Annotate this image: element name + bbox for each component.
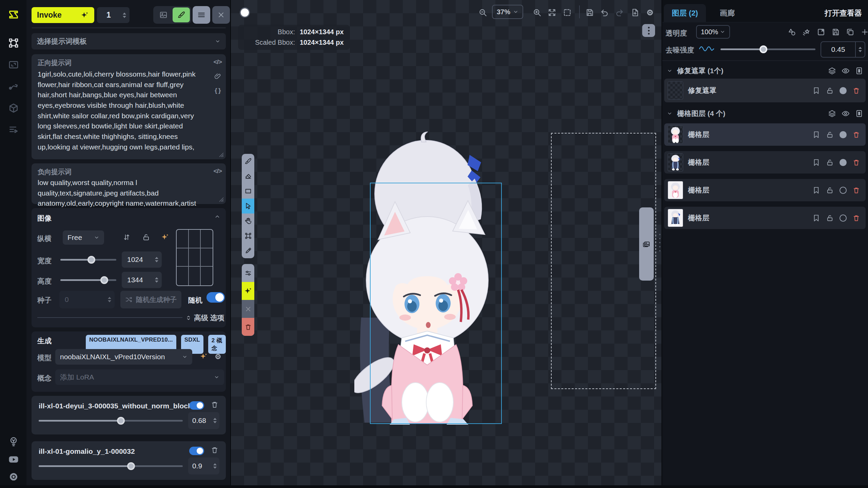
delete-layer-icon[interactable] <box>852 131 860 139</box>
sidebar-item-queue[interactable] <box>7 123 20 136</box>
new-canvas-button[interactable] <box>631 8 639 17</box>
bookmark-icon[interactable] <box>812 214 820 222</box>
bookmark-icon[interactable] <box>812 159 820 166</box>
undo-button[interactable] <box>600 8 609 17</box>
eye-icon[interactable] <box>842 109 850 118</box>
shapes-icon[interactable] <box>788 28 796 36</box>
delete-layer-icon[interactable] <box>852 186 860 194</box>
layer-row-raster[interactable]: 栅格层 <box>664 123 866 146</box>
gallery-mode-button[interactable] <box>155 7 172 22</box>
code-toggle-icon[interactable]: </> <box>214 167 222 175</box>
lora-delete-icon[interactable] <box>211 446 219 454</box>
canvas-menu-kebab-button[interactable] <box>642 24 655 37</box>
shooting-star-icon[interactable] <box>802 28 811 36</box>
save-layer-icon[interactable] <box>831 28 840 36</box>
canvas-workspace[interactable]: Bbox: 1024×1344 px Scaled Bbox: 1024×134… <box>231 0 662 485</box>
panel-splitter-handle[interactable] <box>659 234 660 251</box>
height-input[interactable]: 1344 <box>122 272 162 288</box>
lora-enabled-toggle[interactable] <box>189 447 204 455</box>
lora-delete-icon[interactable] <box>211 401 219 409</box>
model-dropdown[interactable]: noobaiXLNAIXL_vPred10Version <box>55 349 192 365</box>
brush-tool[interactable] <box>242 154 254 169</box>
add-layer-icon[interactable] <box>861 28 868 36</box>
filters-tool[interactable] <box>242 264 254 282</box>
lock-icon[interactable] <box>826 159 834 166</box>
lora-weight-input[interactable]: 0.9 <box>188 458 219 474</box>
collapse-chevron-icon[interactable] <box>214 336 220 342</box>
bookmark-icon[interactable] <box>812 186 820 194</box>
lock-icon[interactable] <box>826 186 834 194</box>
delete-tool[interactable] <box>242 318 254 336</box>
panel-menu-button[interactable] <box>193 6 210 24</box>
fit-bbox-button[interactable] <box>563 8 572 17</box>
zoom-out-button[interactable] <box>478 8 487 17</box>
layer-enabled-indicator[interactable] <box>840 159 847 166</box>
tab-layers[interactable]: 图层 (2) <box>664 4 706 22</box>
lora-weight-slider[interactable] <box>39 417 183 424</box>
cancel-tool[interactable] <box>242 300 254 318</box>
resize-handle-icon[interactable] <box>219 197 224 202</box>
lora-weight-input[interactable]: 0.68 <box>188 412 219 429</box>
eye-icon[interactable] <box>842 67 850 75</box>
sidebar-item-canvas[interactable] <box>7 37 20 49</box>
opacity-dropdown[interactable]: 100% <box>696 25 730 39</box>
lock-aspect-icon[interactable] <box>142 233 150 241</box>
layers-icon[interactable] <box>828 67 836 75</box>
lock-icon[interactable] <box>826 131 834 139</box>
brush-mode-button[interactable] <box>173 7 190 22</box>
resize-handle-icon[interactable] <box>219 152 224 157</box>
queue-steppers[interactable] <box>123 13 126 18</box>
queue-count-stepper[interactable]: 1 <box>97 7 130 23</box>
select-tool[interactable] <box>242 199 254 214</box>
youtube-icon[interactable] <box>7 453 20 466</box>
swap-dimensions-icon[interactable] <box>122 233 131 241</box>
delete-layer-icon[interactable] <box>852 214 860 222</box>
eyedropper-tool[interactable] <box>242 243 254 258</box>
layer-enabled-indicator[interactable] <box>840 131 847 138</box>
layer-row-raster[interactable]: 栅格层 <box>664 151 866 174</box>
lock-icon[interactable] <box>826 87 834 95</box>
tips-lightbulb-icon[interactable] <box>7 435 20 448</box>
denoise-slider[interactable] <box>721 45 815 53</box>
invoke-button[interactable]: Invoke <box>32 7 94 23</box>
duplicate-layer-icon[interactable] <box>846 28 854 36</box>
color-swatch[interactable] <box>240 7 250 18</box>
generation-bbox[interactable] <box>370 183 502 424</box>
lock-icon[interactable] <box>826 214 834 222</box>
paperclip-icon[interactable] <box>214 73 221 80</box>
braces-icon[interactable]: { } <box>215 87 220 94</box>
fit-to-view-button[interactable] <box>548 8 556 17</box>
prompt-template-selector[interactable]: 选择提示词模板 <box>32 33 226 49</box>
gallery-drawer-handle[interactable] <box>639 207 654 281</box>
layer-enabled-indicator[interactable] <box>840 215 847 222</box>
close-panel-button[interactable] <box>212 6 230 24</box>
mask-group-header[interactable]: 修复遮罩 (1个) <box>662 64 868 78</box>
layer-enabled-indicator[interactable] <box>840 187 847 194</box>
denoise-steppers[interactable] <box>855 42 865 57</box>
lora-weight-slider[interactable] <box>39 462 183 470</box>
scale-frame-icon[interactable] <box>817 28 825 36</box>
canvas-settings-gear-icon[interactable] <box>646 8 654 17</box>
eraser-tool[interactable] <box>242 169 254 184</box>
positive-prompt-box[interactable]: 正向提示词 1girl,solo,cute,loli,cherry blosso… <box>32 54 226 159</box>
mask-frame-icon[interactable] <box>855 67 863 75</box>
model-sparkle-icon[interactable] <box>200 352 208 362</box>
collapse-chevron-icon[interactable] <box>214 214 220 220</box>
layer-row-raster[interactable]: 栅格层 <box>664 207 866 229</box>
layer-row-raster[interactable]: 栅格层 <box>664 179 866 201</box>
code-toggle-icon[interactable]: </> <box>214 58 222 66</box>
random-seed-toggle[interactable] <box>206 292 225 303</box>
open-viewer-button[interactable]: 打开查看器 <box>825 4 862 22</box>
sidebar-item-models[interactable] <box>7 102 20 115</box>
bookmark-icon[interactable] <box>812 131 820 139</box>
layers-icon[interactable] <box>828 109 836 118</box>
layer-enabled-indicator[interactable] <box>840 87 847 94</box>
mask-frame-icon[interactable] <box>855 109 863 118</box>
add-lora-dropdown[interactable]: 添加 LoRA <box>55 369 224 385</box>
seed-input[interactable]: 0 <box>59 291 115 308</box>
delete-layer-icon[interactable] <box>852 87 860 95</box>
raster-group-header[interactable]: 栅格图层 (4 个) <box>662 106 868 121</box>
tab-gallery[interactable]: 画廊 <box>720 4 735 22</box>
positive-prompt-text[interactable]: 1girl,solo,cute,loli,cherry blossoms,hai… <box>38 69 207 152</box>
denoise-input[interactable]: 0.45 <box>821 41 865 58</box>
